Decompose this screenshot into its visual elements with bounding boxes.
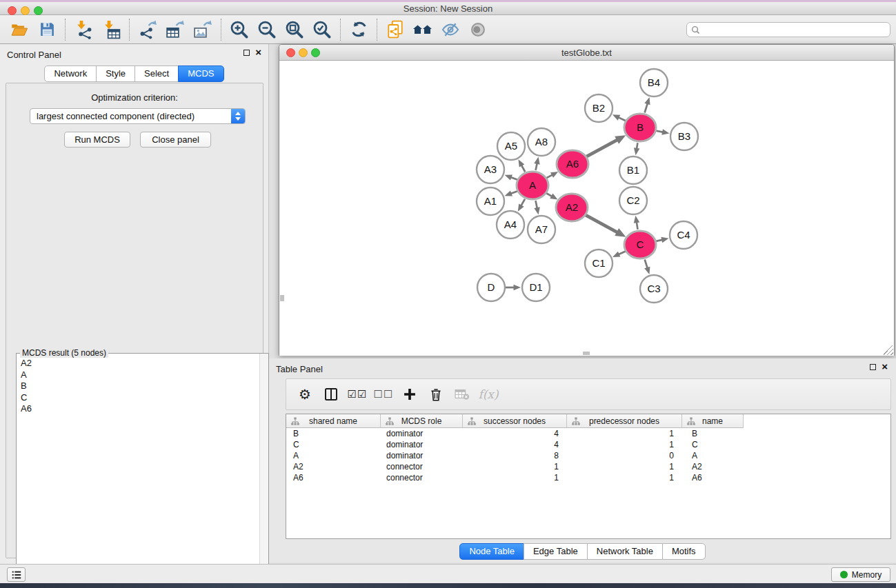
table-cell: 4	[463, 439, 567, 450]
column-header-predecessor-nodes[interactable]: predecessor nodes	[567, 414, 682, 428]
graph-node-label: C3	[647, 283, 660, 294]
toolbar-separator	[65, 19, 66, 41]
graph-edge-arrowhead	[613, 114, 620, 120]
canvas-vscroll-thumb[interactable]	[280, 295, 284, 301]
refresh-icon[interactable]	[345, 18, 372, 41]
result-item[interactable]: B	[17, 381, 259, 392]
result-item[interactable]: A6	[17, 403, 259, 415]
network-canvas[interactable]: AA1A2A3A4A5A6A7A8BB1B2B3B4CC1C2C3C4DD1	[279, 61, 894, 356]
column-header-shared-name[interactable]: shared name	[286, 414, 381, 428]
graph-edge-arrowhead	[534, 157, 539, 165]
graph-node-label: B	[637, 121, 644, 133]
delete-row-icon[interactable]	[423, 383, 449, 406]
graph-node-label: A5	[505, 140, 517, 152]
close-panel-button[interactable]: Close panel	[140, 132, 211, 148]
select-all-icon[interactable]: ☑☑	[344, 383, 370, 406]
graph-edge-arrowhead	[505, 191, 512, 196]
column-header-successor-nodes[interactable]: successor nodes	[463, 414, 567, 428]
tab-network-table[interactable]: Network Table	[587, 543, 663, 560]
table-cell: 1	[567, 439, 682, 450]
clone-network-icon[interactable]	[381, 18, 409, 41]
mcds-result-list: A2ABCA6	[17, 358, 259, 587]
zoom-out-icon[interactable]	[253, 18, 281, 41]
search-input[interactable]	[703, 23, 890, 36]
toolbar-separator	[221, 19, 221, 41]
import-network-icon[interactable]	[70, 18, 97, 41]
tab-node-table[interactable]: Node Table	[459, 543, 524, 560]
table-row[interactable]: Adominator80A	[286, 450, 890, 461]
open-file-icon[interactable]	[6, 18, 33, 41]
table-row[interactable]: A2connector11A2	[286, 461, 890, 472]
tab-style[interactable]: Style	[96, 65, 135, 82]
table-cell: dominator	[381, 450, 463, 461]
search-field[interactable]	[686, 22, 890, 37]
tab-motifs[interactable]: Motifs	[662, 543, 706, 560]
table-cell: 0	[567, 450, 682, 461]
column-header-MCDS-role[interactable]: MCDS role	[381, 414, 463, 428]
add-row-icon[interactable]	[397, 383, 423, 406]
float-table-panel-icon[interactable]	[870, 364, 876, 370]
control-panel: Control Panel × NetworkStyleSelectMCDS O…	[0, 44, 269, 564]
delete-table-icon[interactable]	[449, 383, 475, 406]
graph-node-label: C1	[592, 257, 605, 269]
criterion-select[interactable]: largest connected component (directed)	[30, 108, 246, 124]
graph-node-label: D1	[529, 281, 542, 293]
graph-edge-A6-B[interactable]	[586, 139, 618, 156]
graph-node-label: D	[488, 281, 495, 293]
table-cell: 4	[463, 428, 567, 439]
task-history-button[interactable]	[7, 567, 26, 582]
export-table-icon[interactable]	[161, 18, 189, 41]
select-stepper-icon	[231, 109, 245, 123]
run-mcds-button[interactable]: Run MCDS	[64, 132, 130, 148]
network-graph[interactable]: AA1A2A3A4A5A6A7A8BB1B2B3B4CC1C2C3C4DD1	[279, 61, 894, 356]
result-scrollbar[interactable]	[259, 354, 268, 587]
table-cell: dominator	[381, 439, 463, 450]
canvas-hscroll-thumb[interactable]	[583, 352, 590, 355]
save-session-icon[interactable]	[33, 18, 61, 41]
result-item[interactable]: A	[17, 369, 259, 381]
tab-edge-table[interactable]: Edge Table	[524, 543, 588, 560]
float-panel-icon[interactable]	[243, 50, 250, 56]
home-layout-icon[interactable]	[409, 18, 437, 41]
graph-node-label: B2	[593, 102, 605, 114]
show-all-icon[interactable]	[464, 18, 492, 41]
import-table-icon[interactable]	[97, 18, 125, 41]
graph-edge-B-B4[interactable]	[645, 103, 648, 112]
result-item[interactable]: C	[17, 392, 259, 404]
graph-node-label: B3	[678, 130, 690, 142]
zoom-in-icon[interactable]	[226, 18, 253, 41]
tab-select[interactable]: Select	[135, 65, 179, 82]
export-image-icon[interactable]	[189, 18, 217, 41]
memory-button[interactable]: Memory	[831, 567, 890, 582]
hide-others-icon[interactable]	[437, 18, 464, 41]
tab-mcds[interactable]: MCDS	[178, 65, 223, 82]
deselect-all-icon[interactable]: ☐☐	[370, 383, 397, 406]
close-panel-icon[interactable]: ×	[255, 49, 261, 56]
zoom-fit-icon[interactable]	[281, 18, 308, 41]
graph-edge-C-C3[interactable]	[645, 259, 648, 268]
graph-edge-arrowhead	[534, 207, 539, 214]
control-panel-title: Control Panel	[7, 50, 61, 60]
graph-node-label: C	[637, 239, 644, 250]
tab-network[interactable]: Network	[44, 65, 97, 82]
table-settings-gear-icon[interactable]: ⚙	[292, 383, 318, 406]
export-network-icon[interactable]	[134, 18, 161, 41]
graph-edge-A2-C[interactable]	[586, 215, 618, 233]
control-panel-tabs: NetworkStyleSelectMCDS	[0, 65, 268, 82]
column-header-name[interactable]: name	[682, 414, 744, 428]
main-toolbar	[0, 15, 896, 44]
table-cell: 1	[567, 472, 682, 483]
table-row[interactable]: Cdominator41C	[286, 439, 890, 450]
zoom-selected-icon[interactable]	[308, 18, 336, 41]
window-resize-grip[interactable]	[884, 345, 893, 355]
table-row[interactable]: Bdominator41B	[286, 428, 890, 439]
memory-label: Memory	[852, 570, 882, 580]
function-builder-icon[interactable]: f(x)	[475, 383, 501, 406]
table-row[interactable]: A6connector11A6	[286, 472, 890, 483]
result-item[interactable]: A2	[17, 358, 259, 369]
workspace-area: testGlobe.txt AA1A2A3A4A5A6A7A8BB1B2B3B4…	[269, 44, 896, 564]
close-table-panel-icon[interactable]: ×	[882, 363, 888, 370]
show-column-icon[interactable]	[318, 383, 344, 406]
network-window-titlebar[interactable]: testGlobe.txt	[279, 45, 894, 61]
graph-edge-arrowhead	[644, 267, 650, 274]
